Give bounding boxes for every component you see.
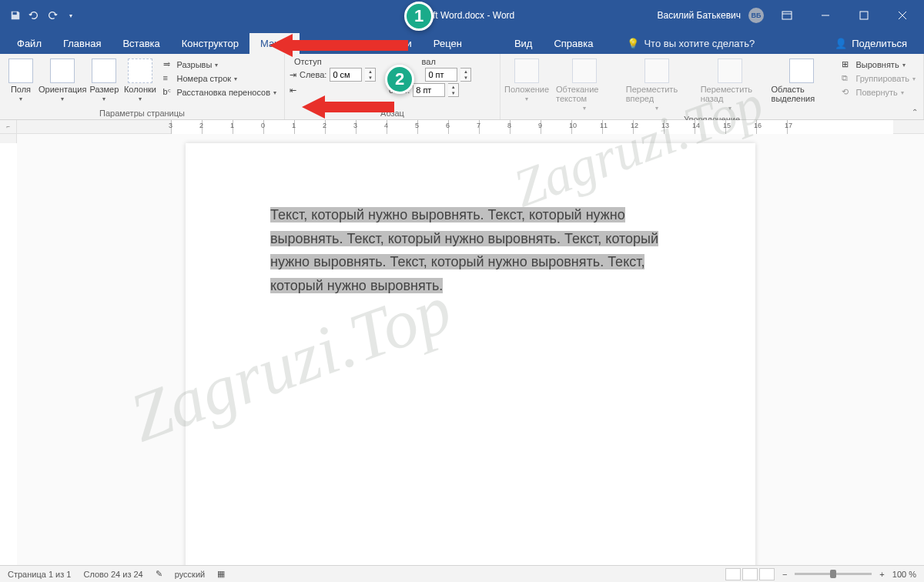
save-icon[interactable] bbox=[9, 9, 22, 22]
svg-rect-0 bbox=[13, 12, 17, 15]
breaks-icon: ⥤ bbox=[163, 59, 174, 70]
quick-access-toolbar: ▾ bbox=[0, 9, 86, 22]
page[interactable]: Текст, который нужно выровнять. Текст, к… bbox=[186, 143, 755, 565]
svg-rect-2 bbox=[860, 12, 868, 19]
print-layout-icon[interactable] bbox=[742, 568, 758, 580]
spacing-before-input[interactable] bbox=[425, 68, 457, 82]
group-page-setup: Поля▾ Ориентация▾ Размер▾ Колонки▾ ⥤Разр… bbox=[0, 54, 285, 119]
tab-insert[interactable]: Вставка bbox=[112, 33, 170, 54]
macro-icon[interactable]: ▦ bbox=[217, 569, 225, 579]
align-icon: ⊞ bbox=[842, 59, 852, 70]
spacing-before-spinner[interactable]: ▲▼ bbox=[460, 68, 471, 82]
user-name[interactable]: Василий Батькевич bbox=[657, 10, 741, 21]
line-numbers-button[interactable]: ≡Номера строк▾ bbox=[160, 72, 280, 85]
undo-icon[interactable] bbox=[28, 9, 40, 22]
document-area[interactable]: Текст, который нужно выровнять. Текст, к… bbox=[17, 120, 924, 565]
rotate-icon: ⟲ bbox=[842, 87, 852, 98]
send-backward-button: Переместить назад▾ bbox=[696, 57, 764, 113]
zoom-out-icon[interactable]: − bbox=[782, 570, 787, 579]
breaks-button[interactable]: ⥤Разрывы▾ bbox=[160, 59, 280, 71]
hyphenation-label: Расстановка переносов bbox=[177, 88, 270, 97]
orientation-button[interactable]: Ориентация▾ bbox=[40, 57, 85, 104]
status-language[interactable]: русский bbox=[175, 570, 205, 579]
group-btn-label: Группировать bbox=[855, 74, 909, 83]
wrap-label: Обтекание текстом bbox=[556, 85, 614, 103]
forward-label: Переместить вперед bbox=[626, 85, 688, 103]
group-label-page-setup: Параметры страницы bbox=[5, 107, 280, 118]
group-arrange: Положение▾ Обтекание текстом▾ Переместит… bbox=[500, 54, 924, 119]
share-button[interactable]: 👤 Поделиться bbox=[824, 33, 918, 54]
ribbon-tabs: Файл Главная Вставка Конструктор Макет С… bbox=[0, 31, 924, 54]
svg-marker-4 bbox=[302, 95, 394, 119]
view-buttons bbox=[725, 568, 775, 580]
columns-button[interactable]: Колонки▾ bbox=[123, 57, 156, 104]
tab-design[interactable]: Конструктор bbox=[171, 33, 249, 54]
ribbon-options-icon[interactable] bbox=[772, 4, 802, 27]
maximize-icon[interactable] bbox=[849, 4, 879, 27]
workspace: ⌐ 32101234567891011121314151617 Текст, к… bbox=[0, 120, 924, 565]
columns-label: Колонки bbox=[124, 85, 156, 94]
collapse-ribbon-icon[interactable]: ⌃ bbox=[912, 108, 918, 116]
hyphenation-button[interactable]: bᶜРасстановка переносов▾ bbox=[160, 86, 280, 99]
indent-left-icon: ⇥ bbox=[290, 70, 296, 80]
bring-forward-button: Переместить вперед▾ bbox=[621, 57, 693, 113]
redo-icon[interactable] bbox=[46, 9, 59, 22]
zoom-in-icon[interactable]: + bbox=[879, 570, 884, 579]
tab-view[interactable]: Вид bbox=[504, 33, 544, 54]
lightbulb-icon: 💡 bbox=[627, 38, 639, 49]
indent-header: Отступ bbox=[294, 57, 322, 66]
web-layout-icon[interactable] bbox=[759, 568, 775, 580]
margins-label: Поля bbox=[11, 85, 31, 94]
callout-2: 2 bbox=[385, 65, 414, 94]
title-bar: ▾ Док oft Word.docx - Word Василий Батьк… bbox=[0, 0, 924, 31]
indent-left-label: Слева: bbox=[300, 70, 326, 79]
tell-me-search[interactable]: 💡 Что вы хотите сделать? bbox=[619, 33, 762, 54]
align-button[interactable]: ⊞Выровнять▾ bbox=[839, 59, 919, 71]
svg-marker-3 bbox=[270, 34, 408, 57]
line-numbers-icon: ≡ bbox=[163, 73, 174, 84]
ribbon: Поля▾ Ориентация▾ Размер▾ Колонки▾ ⥤Разр… bbox=[0, 54, 924, 120]
minimize-icon[interactable] bbox=[810, 4, 841, 27]
spacing-after-spinner[interactable]: ▲▼ bbox=[448, 83, 459, 97]
spacing-after-input[interactable] bbox=[413, 83, 445, 97]
orientation-label: Ориентация bbox=[38, 85, 86, 94]
size-button[interactable]: Размер▾ bbox=[88, 57, 120, 104]
group-button: ⧉Группировать▾ bbox=[839, 72, 919, 85]
proofing-icon[interactable]: ✎ bbox=[156, 569, 162, 579]
callout-1: 1 bbox=[404, 2, 434, 31]
share-icon: 👤 bbox=[835, 38, 847, 49]
selection-label: Область выделения bbox=[772, 85, 832, 103]
tab-help[interactable]: Справка bbox=[543, 33, 604, 54]
document-text[interactable]: Текст, который нужно выровнять. Текст, к… bbox=[270, 203, 671, 297]
tab-review[interactable]: Рецен bbox=[423, 33, 473, 54]
read-mode-icon[interactable] bbox=[725, 568, 741, 580]
margins-button[interactable]: Поля▾ bbox=[5, 57, 37, 104]
horizontal-ruler[interactable]: 32101234567891011121314151617 bbox=[17, 120, 924, 134]
svg-rect-1 bbox=[782, 12, 792, 19]
zoom-slider[interactable] bbox=[795, 573, 872, 575]
status-words[interactable]: Слово 24 из 24 bbox=[83, 570, 142, 579]
status-page[interactable]: Страница 1 из 1 bbox=[8, 570, 71, 579]
tab-file[interactable]: Файл bbox=[6, 33, 52, 54]
position-label: Положение bbox=[504, 85, 549, 94]
wrap-text-button: Обтекание текстом▾ bbox=[551, 57, 618, 113]
size-label: Размер bbox=[89, 85, 119, 94]
selection-pane-button[interactable]: Область выделения bbox=[767, 57, 836, 105]
indent-right-icon: ⇤ bbox=[290, 85, 296, 95]
ruler-corner: ⌐ bbox=[0, 120, 17, 134]
vertical-ruler[interactable] bbox=[0, 120, 17, 565]
annotation-arrow-1 bbox=[270, 34, 408, 57]
indent-left-input[interactable] bbox=[330, 68, 362, 82]
qat-dropdown-icon[interactable]: ▾ bbox=[65, 9, 77, 22]
zoom-level[interactable]: 100 % bbox=[892, 570, 916, 579]
rotate-label: Повернуть bbox=[855, 88, 897, 97]
status-bar: Страница 1 из 1 Слово 24 из 24 ✎ русский… bbox=[0, 565, 924, 582]
align-label: Выровнять bbox=[855, 60, 899, 69]
position-button: Положение▾ bbox=[505, 57, 548, 104]
close-icon[interactable] bbox=[887, 4, 918, 27]
indent-left-spinner[interactable]: ▲▼ bbox=[365, 68, 376, 82]
user-avatar[interactable]: ВБ bbox=[748, 8, 764, 23]
backward-label: Переместить назад bbox=[701, 85, 759, 103]
hyphenation-icon: bᶜ bbox=[163, 87, 174, 98]
tab-home[interactable]: Главная bbox=[52, 33, 112, 54]
